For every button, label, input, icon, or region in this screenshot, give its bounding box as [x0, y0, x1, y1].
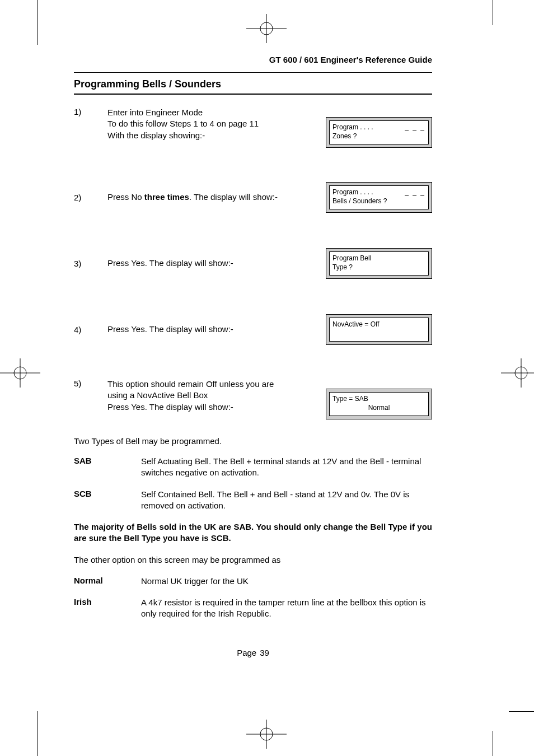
- step-2: 2) Press No three times. The display wil…: [74, 180, 432, 214]
- definition-desc: Normal UK trigger for the UK: [141, 576, 432, 587]
- text-line: Enter into Engineer Mode: [107, 107, 297, 118]
- definition-desc: Self Contained Bell. The Bell + and Bell…: [141, 489, 432, 512]
- lcd-text: Type ?: [332, 263, 425, 272]
- lcd-display: Program . . . . _ _ _ Bells / Sounders ?: [326, 182, 432, 213]
- lcd-text: Normal: [332, 403, 425, 412]
- text-line: To do this follow Steps 1 to 4 on page 1…: [107, 118, 297, 129]
- step-text: Enter into Engineer Mode To do this foll…: [107, 107, 303, 141]
- bold-note: The majority of Bells sold in the UK are…: [74, 521, 432, 544]
- step-number: 3): [74, 259, 107, 268]
- step-number: 4): [74, 325, 107, 334]
- register-mark-icon: [501, 358, 534, 388]
- text-bold: three times: [144, 192, 189, 202]
- page-content: GT 600 / 601 Engineer's Reference Guide …: [74, 55, 432, 657]
- definition-scb: SCB Self Contained Bell. The Bell + and …: [74, 489, 432, 512]
- lcd-text: _ _ _: [405, 188, 425, 197]
- definition-irish: Irish A 4k7 resistor is required in the …: [74, 597, 432, 620]
- definition-normal: Normal Normal UK trigger for the UK: [74, 576, 432, 587]
- page-number: 39: [260, 648, 269, 657]
- lcd-text: _ _ _: [405, 123, 425, 132]
- text-line: Press Yes. The display will show:-: [107, 402, 297, 413]
- step-1: 1) Enter into Engineer Mode To do this f…: [74, 107, 432, 148]
- text-line: This option should remain Off unless you…: [107, 379, 297, 390]
- lcd-text: Program . . . .: [332, 188, 373, 197]
- definition-desc: Self Actuating Bell. The Bell + terminal…: [141, 456, 432, 479]
- lcd-display: Program Bell Type ?: [326, 248, 432, 279]
- definition-term: SAB: [74, 456, 141, 479]
- crop-mark: [493, 0, 493, 25]
- text-line: using a NovActive Bell Box: [107, 390, 297, 401]
- paragraph: Two Types of Bell may be programmed.: [74, 436, 432, 446]
- definition-sab: SAB Self Actuating Bell. The Bell + term…: [74, 456, 432, 479]
- crop-mark: [38, 711, 38, 756]
- header-rule: [74, 72, 432, 73]
- definition-term: Normal: [74, 576, 141, 587]
- register-mark-icon: [0, 358, 40, 388]
- paragraph: The other option on this screen may be p…: [74, 554, 432, 566]
- step-text: Press No three times. The display will s…: [107, 192, 303, 203]
- lcd-display: Type = SAB Normal: [326, 389, 432, 419]
- lcd-display: NovActive = Off: [326, 314, 432, 345]
- lcd-display: Program . . . . _ _ _ Zones ?: [326, 117, 432, 148]
- lcd-text: NovActive = Off: [332, 320, 425, 329]
- text-line: With the display showing:-: [107, 130, 297, 141]
- step-number: 5): [74, 379, 107, 388]
- crop-mark: [38, 0, 38, 45]
- step-text: Press Yes. The display will show:-: [107, 324, 303, 335]
- step-number: 1): [74, 107, 107, 116]
- section-title: Programming Bells / Sounders: [74, 78, 432, 90]
- page-footer: Page39: [74, 648, 432, 657]
- definition-term: Irish: [74, 597, 141, 620]
- definition-term: SCB: [74, 489, 141, 512]
- lcd-text: Program Bell: [332, 254, 425, 263]
- step-text: Press Yes. The display will show:-: [107, 258, 303, 269]
- text-span: . The display will show:-: [189, 192, 278, 202]
- running-header: GT 600 / 601 Engineer's Reference Guide: [74, 55, 432, 64]
- lcd-text: Type = SAB: [332, 394, 425, 403]
- crop-mark: [509, 711, 534, 712]
- step-4: 4) Press Yes. The display will show:- No…: [74, 312, 432, 346]
- section-title-rule: [74, 94, 432, 95]
- step-number: 2): [74, 193, 107, 202]
- register-mark-icon: [246, 14, 287, 43]
- lcd-text: Bells / Sounders ?: [332, 197, 425, 206]
- lcd-text: Zones ?: [332, 132, 425, 141]
- lcd-text: Program . . . .: [332, 123, 373, 132]
- definition-desc: A 4k7 resistor is required in the tamper…: [141, 597, 432, 620]
- footer-label: Page: [237, 648, 256, 657]
- register-mark-icon: [246, 720, 287, 749]
- step-text: This option should remain Off unless you…: [107, 379, 303, 413]
- step-5: 5) This option should remain Off unless …: [74, 379, 432, 419]
- text-span: Press No: [107, 192, 144, 202]
- step-3: 3) Press Yes. The display will show:- Pr…: [74, 246, 432, 280]
- crop-mark: [493, 731, 493, 756]
